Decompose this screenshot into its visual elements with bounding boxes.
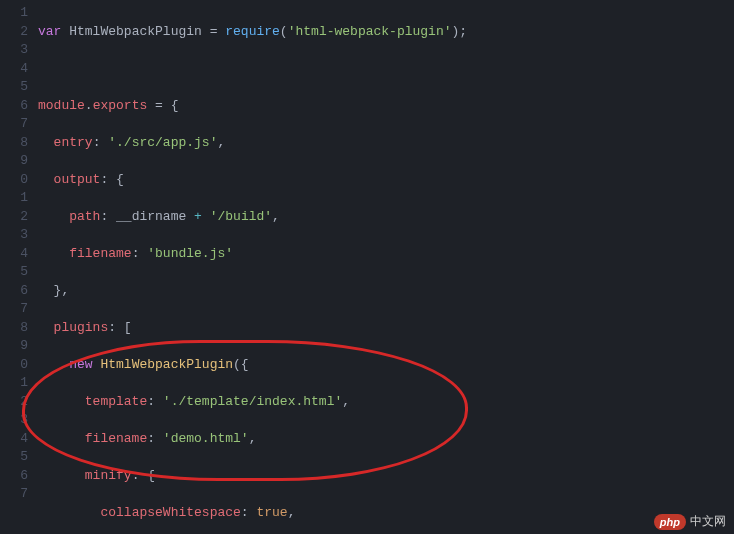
code-line[interactable]: path: __dirname + '/build', [38, 208, 734, 227]
line-number: 4 [0, 245, 28, 264]
code-line[interactable]: filename: 'demo.html', [38, 430, 734, 449]
line-number: 2 [0, 23, 28, 42]
line-number: 8 [0, 134, 28, 153]
line-number: 1 [0, 189, 28, 208]
line-number: 0 [0, 356, 28, 375]
code-line[interactable]: }, [38, 282, 734, 301]
line-number: 9 [0, 337, 28, 356]
line-number: 3 [0, 411, 28, 430]
line-number: 2 [0, 208, 28, 227]
watermark-text: 中文网 [690, 513, 726, 530]
watermark-badge: php [654, 514, 686, 530]
line-number: 7 [0, 300, 28, 319]
code-line[interactable]: var HtmlWebpackPlugin = require('html-we… [38, 23, 734, 42]
line-number: 1 [0, 374, 28, 393]
line-number: 9 [0, 152, 28, 171]
code-editor[interactable]: 1 2 3 4 5 6 7 8 9 0 1 2 3 4 5 6 7 8 9 0 … [0, 0, 734, 534]
code-line[interactable]: output: { [38, 171, 734, 190]
code-line[interactable]: collapseWhitespace: true, [38, 504, 734, 523]
line-number: 6 [0, 282, 28, 301]
line-number-gutter: 1 2 3 4 5 6 7 8 9 0 1 2 3 4 5 6 7 8 9 0 … [0, 0, 38, 534]
line-number: 5 [0, 448, 28, 467]
code-line[interactable] [38, 60, 734, 79]
code-line[interactable]: template: './template/index.html', [38, 393, 734, 412]
code-line[interactable]: new HtmlWebpackPlugin({ [38, 356, 734, 375]
line-number: 4 [0, 60, 28, 79]
code-line[interactable]: filename: 'bundle.js' [38, 245, 734, 264]
line-number: 3 [0, 41, 28, 60]
code-line[interactable]: minify: { [38, 467, 734, 486]
line-number: 6 [0, 467, 28, 486]
line-number: 5 [0, 78, 28, 97]
line-number: 0 [0, 171, 28, 190]
watermark: php 中文网 [654, 513, 726, 530]
code-content[interactable]: var HtmlWebpackPlugin = require('html-we… [38, 0, 734, 534]
line-number: 3 [0, 226, 28, 245]
line-number: 5 [0, 263, 28, 282]
code-line[interactable]: entry: './src/app.js', [38, 134, 734, 153]
line-number: 6 [0, 97, 28, 116]
line-number: 4 [0, 430, 28, 449]
line-number: 2 [0, 393, 28, 412]
line-number: 1 [0, 4, 28, 23]
code-line[interactable]: module.exports = { [38, 97, 734, 116]
line-number: 7 [0, 485, 28, 504]
line-number: 8 [0, 319, 28, 338]
line-number: 7 [0, 115, 28, 134]
code-line[interactable]: plugins: [ [38, 319, 734, 338]
